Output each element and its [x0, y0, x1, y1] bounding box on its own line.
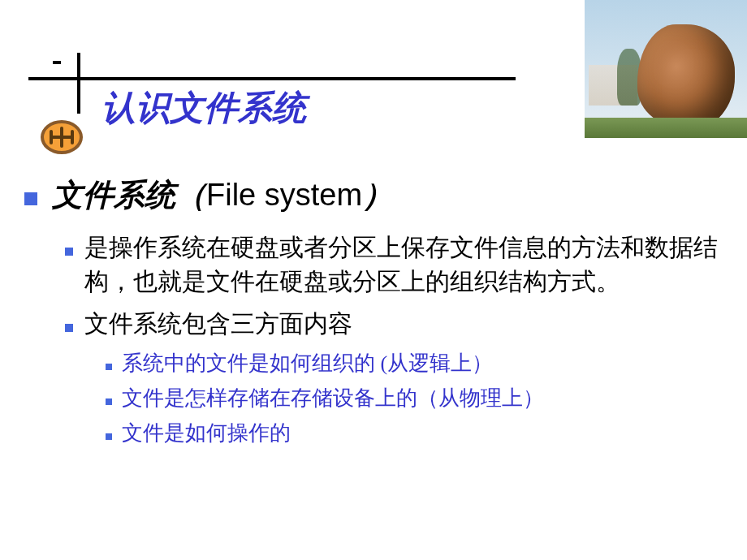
bullet-level2-text: 文件系统包含三方面内容 [84, 307, 352, 341]
slide-title: 认识文件系统 [101, 85, 306, 131]
bullet-level2-text: 是操作系统在硬盘或者分区上保存文件信息的方法和数据结构，也就是文件在硬盘或分区上… [84, 230, 723, 299]
title-decoration-vertical [77, 53, 80, 114]
bullet-marker-icon [65, 324, 73, 332]
bullet-level3: 文件是如何操作的 [106, 419, 723, 447]
bullet-level3: 文件是怎样存储在存储设备上的（从物理上） [106, 384, 723, 412]
bullet-marker-icon [24, 192, 37, 205]
bullet-marker-icon [106, 398, 112, 405]
bullet-level2: 文件系统包含三方面内容 [65, 307, 723, 341]
content-area: 文件系统（File system） 是操作系统在硬盘或者分区上保存文件信息的方法… [24, 174, 723, 454]
bullet-level3-text: 文件是如何操作的 [122, 419, 291, 447]
title-decoration-horizontal [28, 77, 516, 80]
bullet-level2: 是操作系统在硬盘或者分区上保存文件信息的方法和数据结构，也就是文件在硬盘或分区上… [65, 230, 723, 299]
header-photo [585, 0, 747, 138]
bullet-level1: 文件系统（File system） [24, 174, 723, 216]
bullet-level1-text: 文件系统（File system） [52, 174, 393, 216]
logo-icon [41, 120, 83, 154]
bullet-level3-text: 文件是怎样存储在存储设备上的（从物理上） [122, 384, 544, 412]
bullet-level3: 系统中的文件是如何组织的 (从逻辑上） [106, 349, 723, 377]
bullet-level3-text: 系统中的文件是如何组织的 (从逻辑上） [122, 349, 493, 377]
bullet-marker-icon [106, 433, 112, 440]
bullet-marker-icon [106, 364, 112, 370]
bullet-marker-icon [65, 248, 73, 256]
